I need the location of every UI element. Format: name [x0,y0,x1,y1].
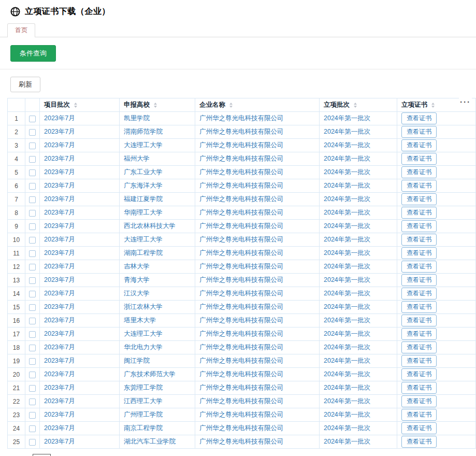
view-cert-button[interactable]: 查看证书 [401,207,437,219]
view-cert-button[interactable]: 查看证书 [401,355,437,367]
row-checkbox-cell [25,341,40,354]
view-cert-button[interactable]: 查看证书 [401,126,437,138]
row-checkbox[interactable] [29,250,36,257]
view-cert-button[interactable]: 查看证书 [401,395,437,407]
row-checkbox[interactable] [29,142,36,149]
page-link[interactable]: 3 [69,454,73,456]
query-button[interactable]: 条件查询 [10,45,56,62]
table-toolbar: 刷新 [0,69,476,98]
row-checkbox-cell [25,260,40,274]
project-batch-cell: 2023年7月 [40,193,120,206]
row-checkbox[interactable] [29,385,36,392]
row-index: 10 [8,233,25,247]
school-cell: 大连理工大学 [120,327,195,341]
project-batch-cell: 2023年7月 [40,368,120,381]
view-cert-button[interactable]: 查看证书 [401,153,437,165]
view-cert-button[interactable]: 查看证书 [401,247,437,259]
row-checkbox[interactable] [29,318,36,324]
view-cert-button[interactable]: 查看证书 [401,328,437,340]
view-cert-button[interactable]: 查看证书 [401,234,437,246]
approval-batch-cell: 2024年第一批次 [320,435,397,449]
company-cell: 广州华之尊光电科技有限公司 [195,368,320,381]
col-header-school[interactable]: 申报高校 [120,98,195,112]
table-row: 6 2023年7月 广东海洋大学 广州华之尊光电科技有限公司 2024年第一批次… [8,179,476,193]
row-checkbox[interactable] [29,345,36,351]
pagination-bar: « 1 2345 [0,451,476,456]
view-cert-button[interactable]: 查看证书 [401,422,437,434]
company-cell: 广州华之尊光电科技有限公司 [195,125,320,139]
view-cert-button[interactable]: 查看证书 [401,341,437,353]
col-header-batch[interactable]: 项目批次 [40,98,120,112]
row-index: 8 [8,206,25,220]
row-checkbox[interactable] [29,277,36,284]
approval-batch-cell: 2024年第一批次 [320,381,397,395]
row-checkbox[interactable] [29,372,36,378]
view-cert-button[interactable]: 查看证书 [401,220,437,232]
view-cert-button[interactable]: 查看证书 [401,409,437,421]
view-cert-button[interactable]: 查看证书 [401,112,437,124]
view-cert-button[interactable]: 查看证书 [401,382,437,394]
school-cell: 福州大学 [120,152,195,166]
row-checkbox[interactable] [29,304,36,311]
school-cell: 江西理工大学 [120,395,195,408]
row-checkbox[interactable] [29,425,36,432]
page-link[interactable]: 2 [58,454,62,456]
row-checkbox[interactable] [29,196,36,203]
row-checkbox[interactable] [29,398,36,405]
row-index: 7 [8,193,25,206]
school-cell: 大连理工大学 [120,233,195,247]
cert-cell: 查看证书 [397,125,476,139]
row-checkbox[interactable] [29,210,36,217]
row-checkbox[interactable] [29,264,36,270]
row-checkbox[interactable] [29,331,36,338]
prev-page-button[interactable]: « [22,454,25,456]
row-checkbox[interactable] [29,223,36,230]
view-cert-button[interactable]: 查看证书 [401,180,437,192]
view-cert-button[interactable]: 查看证书 [401,301,437,313]
row-checkbox[interactable] [29,156,36,163]
view-cert-button[interactable]: 查看证书 [401,261,437,273]
row-checkbox[interactable] [29,129,36,136]
view-cert-button[interactable]: 查看证书 [401,436,437,448]
view-cert-button[interactable]: 查看证书 [401,139,437,151]
row-checkbox[interactable] [29,358,36,365]
row-checkbox[interactable] [29,439,36,446]
col-header-approval[interactable]: 立项批次 [320,98,397,112]
row-checkbox[interactable] [29,412,36,419]
current-page-box[interactable]: 1 [33,454,51,456]
view-cert-button[interactable]: 查看证书 [401,288,437,300]
row-checkbox[interactable] [29,169,36,176]
approval-batch-cell: 2024年第一批次 [320,287,397,301]
row-index: 20 [8,368,25,381]
cert-cell: 查看证书 [397,112,476,125]
refresh-button[interactable]: 刷新 [10,77,40,92]
view-cert-button[interactable]: 查看证书 [401,166,437,178]
project-batch-cell: 2023年7月 [40,314,120,327]
view-cert-button[interactable]: 查看证书 [401,368,437,380]
col-header-company[interactable]: 企业名称 [195,98,320,112]
more-columns-button[interactable]: ··· [459,97,472,107]
row-index: 2 [8,125,25,139]
row-checkbox[interactable] [29,116,36,122]
row-checkbox-cell [25,166,40,179]
table-body: 1 2023年7月 凯里学院 广州华之尊光电科技有限公司 2024年第一批次 查… [8,112,476,449]
view-cert-button[interactable]: 查看证书 [401,193,437,205]
approval-batch-cell: 2024年第一批次 [320,166,397,179]
approval-batch-cell: 2024年第一批次 [320,301,397,314]
company-cell: 广州华之尊光电科技有限公司 [195,422,320,435]
table-row: 12 2023年7月 吉林大学 广州华之尊光电科技有限公司 2024年第一批次 … [8,260,476,274]
tab-home[interactable]: 首页 [7,23,35,37]
data-table: 项目批次 申报高校 企业名称 立项批次 [7,98,476,449]
row-checkbox[interactable] [29,183,36,190]
col-header-index [8,98,25,112]
row-checkbox-cell [25,435,40,449]
row-checkbox[interactable] [29,291,36,297]
page-link[interactable]: 4 [80,454,83,456]
page-link[interactable]: 5 [91,454,95,456]
view-cert-button[interactable]: 查看证书 [401,315,437,326]
view-cert-button[interactable]: 查看证书 [401,274,437,286]
row-checkbox[interactable] [29,237,36,244]
pagination-pages: 2345 [58,454,95,456]
cert-cell: 查看证书 [397,408,476,422]
company-cell: 广州华之尊光电科技有限公司 [195,166,320,179]
